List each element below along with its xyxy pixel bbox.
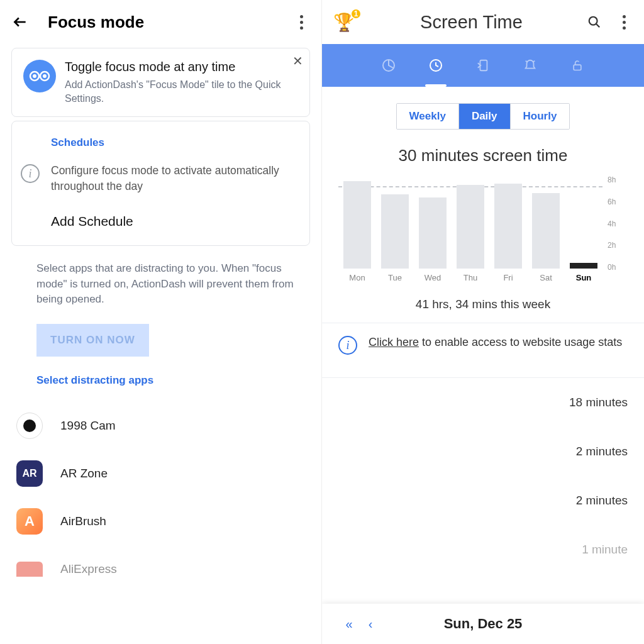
list-item[interactable]: AliExpress	[0, 545, 321, 593]
metric-tab-strip	[322, 44, 644, 87]
app-label: AR Zone	[60, 467, 108, 480]
x-tick: Sun	[565, 273, 602, 282]
app-icon	[16, 413, 43, 439]
svg-point-2	[33, 74, 36, 78]
info-icon: i	[338, 336, 357, 355]
date-navigator: « ‹ Sun, Dec 25	[322, 604, 644, 644]
svg-point-3	[43, 74, 47, 78]
chart-title: 30 minutes screen time	[322, 146, 644, 165]
banner-text: to enable access to website usage stats	[419, 336, 622, 348]
bar[interactable]	[532, 193, 560, 269]
screen-time-title: Screen Time	[355, 12, 587, 33]
prev-day-button[interactable]: ‹	[360, 617, 381, 631]
time-range-segment: Weekly Daily Hourly	[396, 103, 570, 130]
overflow-menu-icon[interactable]	[615, 15, 633, 30]
turn-on-now-button[interactable]: TURN ON NOW	[36, 324, 149, 357]
x-tick: Thu	[452, 273, 489, 282]
usage-list: 18 minutes 2 minutes 2 minutes 1 minute	[322, 378, 644, 574]
usage-duration: 2 minutes	[576, 494, 628, 508]
enable-access-link[interactable]: Click here	[369, 336, 419, 348]
y-tick: 0h	[608, 263, 628, 272]
schedules-header: Schedules	[51, 136, 301, 149]
usage-duration: 1 minute	[582, 543, 628, 557]
y-tick: 6h	[608, 197, 628, 206]
first-day-button[interactable]: «	[338, 617, 360, 631]
bar[interactable]	[381, 194, 409, 269]
app-label: AirBrush	[60, 514, 106, 528]
list-item[interactable]: A AirBrush	[0, 497, 321, 545]
schedules-info: Configure focus mode to activate automat…	[51, 163, 301, 194]
app-list: 1998 Cam AR AR Zone A AirBrush AliExpres…	[0, 402, 321, 593]
bar[interactable]	[457, 185, 484, 269]
usage-row[interactable]: 2 minutes	[338, 476, 628, 525]
x-tick: Sat	[527, 273, 565, 282]
search-icon[interactable]	[587, 15, 606, 29]
y-tick: 4h	[608, 219, 628, 228]
x-tick: Mon	[338, 273, 376, 282]
page-title: Focus mode	[48, 13, 144, 32]
app-label: 1998 Cam	[60, 419, 116, 433]
x-tick: Wed	[414, 273, 452, 282]
glasses-icon	[23, 60, 56, 92]
app-launch-icon[interactable]	[475, 57, 491, 74]
app-icon: AR	[16, 460, 43, 487]
tip-title: Toggle focus mode at any time	[65, 60, 298, 74]
x-tick: Tue	[376, 273, 414, 282]
clock-icon[interactable]	[428, 57, 444, 74]
achievements-button[interactable]: 🏆 1	[333, 12, 355, 33]
unlock-icon[interactable]	[569, 57, 586, 74]
focus-explain-text: Select apps that are distracting to you.…	[36, 261, 310, 308]
bar[interactable]	[494, 184, 522, 269]
usage-row[interactable]: 18 minutes	[338, 378, 628, 427]
usage-row[interactable]: 1 minute	[338, 525, 628, 574]
bar[interactable]	[419, 197, 447, 269]
schedules-card: Schedules i Configure focus mode to acti…	[11, 121, 310, 246]
bar[interactable]	[570, 263, 597, 269]
bar[interactable]	[343, 181, 371, 269]
list-item[interactable]: AR AR Zone	[0, 450, 321, 497]
week-total: 41 hrs, 34 mins this week	[322, 297, 644, 311]
app-label: AliExpress	[60, 562, 117, 576]
usage-row[interactable]: 2 minutes	[338, 427, 628, 476]
select-distracting-apps-link[interactable]: Select distracting apps	[36, 374, 321, 387]
info-icon: i	[21, 164, 40, 183]
overflow-menu-icon[interactable]	[292, 15, 310, 30]
current-date: Sun, Dec 25	[381, 616, 585, 632]
svg-rect-8	[574, 65, 581, 70]
website-access-banner[interactable]: i Click here to enable access to website…	[322, 323, 644, 366]
usage-duration: 18 minutes	[569, 396, 628, 409]
screen-time-chart[interactable]: 8h6h4h2h0h MonTueWedThuFriSatSun	[338, 175, 628, 282]
usage-duration: 2 minutes	[576, 445, 628, 458]
list-item[interactable]: 1998 Cam	[0, 402, 321, 450]
app-icon	[16, 562, 43, 577]
notification-badge: 1	[350, 8, 362, 19]
seg-weekly[interactable]: Weekly	[397, 104, 458, 129]
close-icon[interactable]: ✕	[292, 53, 303, 69]
seg-daily[interactable]: Daily	[458, 104, 510, 129]
bell-icon[interactable]	[522, 57, 538, 74]
y-tick: 2h	[608, 241, 628, 250]
tip-subtitle: Add ActionDash's "Focus Mode" tile to th…	[65, 78, 298, 105]
x-tick: Fri	[489, 273, 527, 282]
y-tick: 8h	[608, 175, 628, 184]
seg-hourly[interactable]: Hourly	[510, 104, 570, 129]
app-icon: A	[16, 508, 43, 535]
add-schedule-button[interactable]: Add Schedule	[51, 214, 301, 229]
back-icon[interactable]	[11, 13, 29, 31]
focus-tip-card: Toggle focus mode at any time Add Action…	[11, 48, 310, 117]
svg-point-4	[589, 17, 597, 25]
pie-icon[interactable]	[380, 57, 397, 74]
